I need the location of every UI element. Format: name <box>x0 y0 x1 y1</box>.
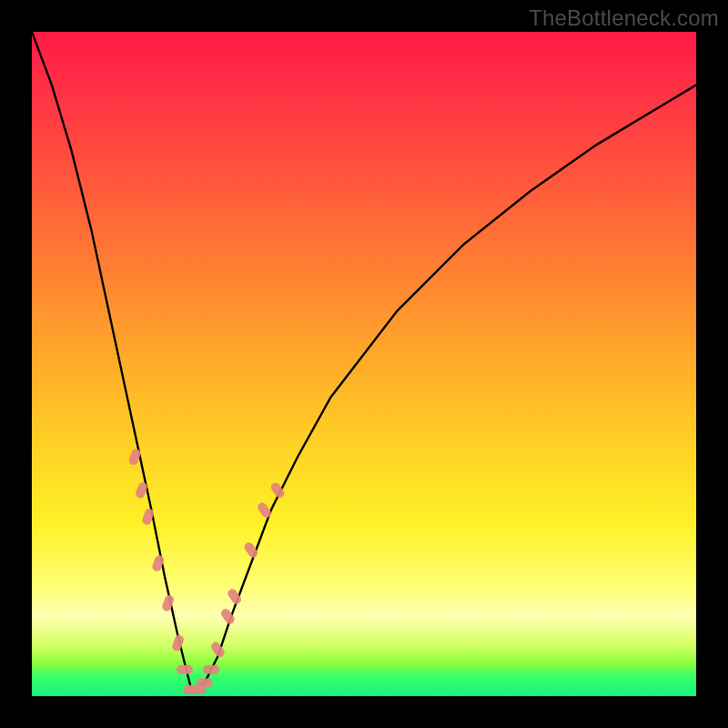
data-marker <box>190 685 207 694</box>
watermark-text: TheBottleneck.com <box>529 5 719 31</box>
plot-area <box>32 32 696 696</box>
bottleneck-curve <box>32 32 696 690</box>
data-marker <box>219 607 237 625</box>
data-marker <box>135 481 149 500</box>
data-marker <box>161 594 176 612</box>
data-marker <box>183 685 199 694</box>
data-marker <box>203 665 219 674</box>
curve-layer <box>32 32 696 696</box>
data-marker <box>127 448 142 466</box>
data-marker <box>256 500 273 519</box>
data-marker <box>151 554 166 572</box>
chart-frame: TheBottleneck.com <box>0 0 728 728</box>
data-marker <box>141 508 156 526</box>
data-marker <box>209 641 227 659</box>
data-marker <box>269 480 287 499</box>
data-marker <box>177 665 193 674</box>
data-marker <box>243 541 260 559</box>
data-marker <box>197 678 213 687</box>
data-marker <box>171 633 186 652</box>
data-markers <box>127 448 286 694</box>
data-marker <box>226 587 243 605</box>
